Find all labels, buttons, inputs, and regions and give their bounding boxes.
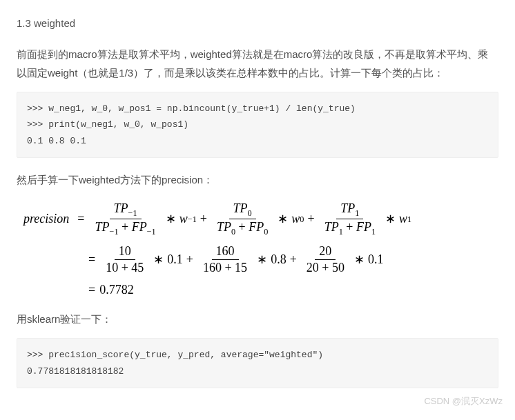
math-result: 0.7782 (99, 283, 134, 298)
math-row-2: = 10 10 + 45 ∗0.1 + 160 160 + 15 ∗0.8 + … (84, 244, 498, 276)
watermark: CSDN @泯灭XzWz (424, 393, 503, 409)
math-lhs: precision (23, 212, 69, 227)
code-block-precision-score: >>> precision_score(y_true, y_pred, aver… (17, 338, 498, 388)
math-row-1: precision = TP−1 TP−1 + FP−1 ∗ w−1 + TP0… (23, 201, 498, 237)
code-block-bincount: >>> w_neg1, w_0, w_pos1 = np.bincount(y_… (17, 92, 498, 158)
paragraph-verify: 用sklearn验证一下： (17, 310, 498, 328)
math-row-3: = 0.7782 (84, 283, 498, 298)
equals-sign: = (77, 212, 84, 227)
paragraph-precision: 然后手算一下weighted方法下的precision： (17, 170, 498, 189)
section-heading: 1.3 weighted (17, 14, 498, 32)
math-precision-formula: precision = TP−1 TP−1 + FP−1 ∗ w−1 + TP0… (23, 201, 498, 297)
paragraph-intro: 前面提到的macro算法是取算术平均，weighted算法就是在macro算法的… (17, 45, 498, 82)
